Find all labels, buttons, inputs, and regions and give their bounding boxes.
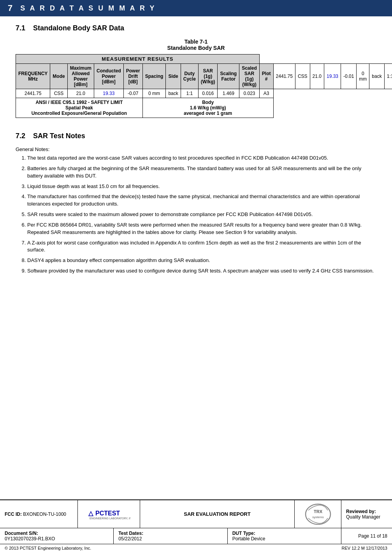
svg-text:TRX: TRX	[314, 509, 323, 514]
header-title: S A R D A T A S U M M A R Y	[20, 4, 156, 12]
drift-1: -0.01	[341, 64, 357, 89]
footer-reviewed: Reviewed by: Quality Manager	[341, 500, 392, 528]
list-item: SAR results were scaled to the maximum a…	[27, 211, 376, 218]
duty-2: 1:1	[181, 89, 198, 98]
col-sar1g: SAR (1g)(W/kg)	[198, 64, 218, 89]
col-scaling: ScalingFactor	[218, 64, 239, 89]
meas-title: MEASUREMENT RESULTS	[16, 54, 260, 64]
col-spacing: Spacing	[142, 64, 166, 89]
measurement-table: MEASUREMENT RESULTS FREQUENCY MHz Mode M…	[16, 54, 392, 118]
mode-2: CSS	[50, 89, 67, 98]
content: 7.1Standalone Body SAR Data Table 7-1 St…	[0, 16, 392, 499]
doc-sn-value: 0Y1302070239-R1.BXO	[5, 536, 109, 541]
list-item: Per FCC KDB 865664 DR01, variability SAR…	[27, 222, 376, 236]
mode-1: CSS	[295, 64, 310, 89]
section-71-title: 7.1Standalone Body SAR Data	[16, 24, 376, 32]
footer-logo: △ PCTEST ENGINEERING LABORATORY, INC.	[78, 500, 140, 528]
footer-dut: DUT Type: Portable Device	[228, 528, 341, 544]
drift-2: -0.07	[123, 89, 142, 98]
section-71: 7.1Standalone Body SAR Data Table 7-1 St…	[16, 24, 376, 118]
conducted-1: 19.33	[324, 64, 341, 89]
general-notes-label: General Notes:	[16, 146, 376, 152]
trx-icon: TRX systems	[304, 503, 332, 525]
footer: FCC ID: BXONEON-TU-1000 △ PCTEST ENGINEE…	[0, 499, 392, 552]
freq-2: 2441.75	[16, 89, 50, 98]
spacing-2: 0 mm	[142, 89, 166, 98]
list-item: DASY4 applies a boundary effect compensa…	[27, 257, 376, 264]
list-item: Batteries are fully charged at the begin…	[27, 165, 376, 180]
safety-limit-row: ANSI / IEEE C95.1 1992 - SAFETY LIMIT Sp…	[16, 98, 392, 118]
col-frequency: FREQUENCY MHz	[16, 64, 50, 89]
svg-point-3	[306, 504, 330, 524]
footer-doc: Document S/N: 0Y1302070239-R1.BXO	[0, 528, 114, 544]
section-72: 7.2SAR Test Notes General Notes: The tes…	[16, 132, 376, 275]
col-mode: Mode	[50, 64, 67, 89]
footer-report-title: SAR EVALUATION REPORT	[140, 500, 295, 528]
header-number: 7	[8, 3, 12, 13]
header-bar: 7 S A R D A T A S U M M A R Y	[0, 0, 392, 16]
scaled-sar-2: 0.023	[239, 89, 260, 98]
col-conducted-power: ConductedPower[dBm]	[94, 64, 124, 89]
plot-2: A3	[259, 89, 273, 98]
safety-limit-value: Body 1.6 W/kg (mW/g) averaged over 1 gra…	[142, 98, 273, 118]
spacing-1: 0 mm	[357, 64, 369, 89]
footer-bottom: Document S/N: 0Y1302070239-R1.BXO Test D…	[0, 528, 392, 544]
svg-text:△: △	[88, 510, 94, 517]
sar1g-2: 0.016	[198, 89, 218, 98]
footer-trx-logo: TRX systems	[295, 500, 341, 528]
test-dates-value: 05/22/2012	[118, 536, 222, 541]
svg-text:ENGINEERING LABORATORY, INC.: ENGINEERING LABORATORY, INC.	[90, 517, 130, 520]
col-side: Side	[166, 64, 181, 89]
dut-type-label: DUT Type:	[232, 531, 336, 536]
fcc-id-value: BXONEON-TU-1000	[23, 512, 66, 517]
side-2: back	[166, 89, 181, 98]
fcc-id-label: FCC ID:	[5, 512, 22, 517]
side-1: back	[369, 64, 384, 89]
list-item: A Z-axis plot for worst case configurati…	[27, 239, 376, 254]
list-item: The test data reported are the worst-cas…	[27, 155, 376, 162]
footer-page: Page 11 of 18	[341, 528, 392, 544]
list-item: Software provided by the manufacturer wa…	[27, 267, 376, 275]
col-duty: Duty Cycle	[181, 64, 198, 89]
footer-dates: Test Dates: 05/22/2012	[114, 528, 227, 544]
pctest-logo-icon: △ PCTEST ENGINEERING LABORATORY, INC.	[88, 507, 130, 522]
col-power-drift: Power Drift[dB]	[123, 64, 142, 89]
duty-1: 1:1	[384, 64, 392, 89]
copyright-text: © 2013 PCTEST Engineering Laboratory, In…	[5, 546, 91, 550]
footer-fcc: FCC ID: BXONEON-TU-1000	[0, 500, 78, 528]
svg-text:systems: systems	[312, 515, 323, 519]
svg-text:PCTEST: PCTEST	[95, 510, 120, 517]
max-power-1: 21.0	[310, 64, 324, 89]
freq-1: 2441.75	[273, 64, 295, 89]
reviewed-by-value: Quality Manager	[346, 514, 387, 520]
section-72-title: 7.2SAR Test Notes	[16, 132, 376, 140]
list-item: Liquid tissue depth was at least 15.0 cm…	[27, 183, 376, 190]
notes-list: The test data reported are the worst-cas…	[27, 155, 376, 275]
table-caption: Table 7-1 Standalone Body SAR	[16, 39, 376, 51]
safety-limit-text: ANSI / IEEE C95.1 1992 - SAFETY LIMIT Sp…	[16, 98, 143, 118]
page: 7 S A R D A T A S U M M A R Y 7.1Standal…	[0, 0, 392, 552]
col-max-allowed: Maximum Allowed Power [dBm]	[67, 64, 94, 89]
test-dates-label: Test Dates:	[118, 531, 222, 536]
max-power-2: 21.0	[67, 89, 94, 98]
conducted-2: 19.33	[94, 89, 124, 98]
dut-type-value: Portable Device	[232, 536, 336, 541]
table-row-2: 2441.75 CSS 21.0 19.33 -0.07 0 mm back 1…	[16, 89, 392, 98]
list-item: The manufacturer has confirmed that the …	[27, 193, 376, 208]
col-plot: Plot #	[259, 64, 273, 89]
col-scaled-sar: Scaled SAR(1g)(W/kg)	[239, 64, 260, 89]
footer-copyright: © 2013 PCTEST Engineering Laboratory, In…	[0, 544, 392, 552]
scaling-2: 1.469	[218, 89, 239, 98]
doc-sn-label: Document S/N:	[5, 531, 109, 536]
footer-top: FCC ID: BXONEON-TU-1000 △ PCTEST ENGINEE…	[0, 500, 392, 528]
rev-info: REV 12.2 M 12/17/2013	[342, 546, 387, 550]
reviewed-by-label: Reviewed by:	[346, 509, 387, 514]
